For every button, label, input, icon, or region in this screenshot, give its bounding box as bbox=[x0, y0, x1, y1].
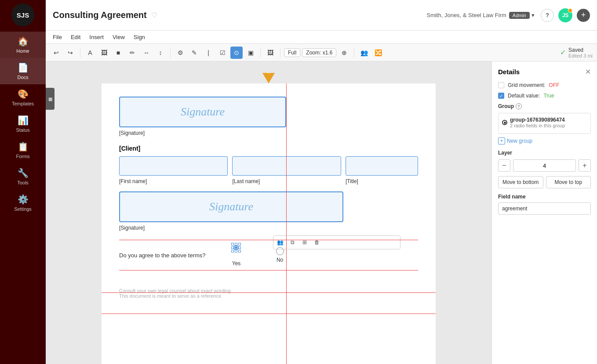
group-button[interactable]: 👥 bbox=[358, 47, 370, 59]
radio-no-label: No bbox=[277, 257, 283, 263]
signature-box-2[interactable]: Signature bbox=[119, 191, 343, 222]
area-button[interactable]: ▣ bbox=[244, 47, 257, 59]
client-section: [Client] [First name] [Last name] [Title… bbox=[119, 145, 418, 184]
radio-group-item[interactable]: group-1676390896474 2 radio fields in th… bbox=[498, 113, 591, 134]
panel-toggle-icon: ▦ bbox=[48, 97, 52, 101]
sidebar-item-label: Home bbox=[16, 48, 29, 54]
zoom-fit-button[interactable]: ⊕ bbox=[338, 47, 350, 59]
tools-icon: 🔧 bbox=[18, 168, 29, 178]
panel-toggle[interactable]: ▦ bbox=[46, 88, 55, 110]
sidebar-item-templates[interactable]: 🎨 Templates bbox=[0, 84, 46, 111]
document-area[interactable]: Signature [Signature] [Client] [First na… bbox=[46, 61, 491, 364]
sidebar-logo[interactable]: SJS bbox=[11, 4, 34, 26]
last-name-field[interactable] bbox=[232, 156, 341, 176]
title-field[interactable] bbox=[346, 156, 419, 176]
favorite-icon[interactable]: ♡ bbox=[151, 11, 157, 19]
draw-button[interactable]: ✏ bbox=[126, 47, 138, 59]
menu-sign[interactable]: Sign bbox=[134, 34, 145, 40]
sidebar-item-label: Templates bbox=[12, 101, 34, 106]
cursor-button[interactable]: | bbox=[202, 47, 215, 59]
help-button[interactable]: ? bbox=[541, 9, 554, 22]
landscape-button[interactable]: 🖼 bbox=[264, 47, 277, 59]
default-value-checkbox[interactable]: ✓ bbox=[498, 93, 504, 99]
add-button[interactable]: + bbox=[577, 9, 590, 22]
last-name-label: [Last name] bbox=[233, 178, 342, 184]
radio-question-text: Do you agree to the above terms? bbox=[119, 252, 206, 259]
toolbar-separator-5 bbox=[354, 48, 354, 58]
radio-question-row: Do you agree to the above terms? bbox=[119, 240, 418, 270]
new-group-label: New group bbox=[507, 138, 532, 144]
avatar-status-dot bbox=[568, 8, 572, 13]
document-title: Consulting Agreement bbox=[53, 10, 147, 20]
move-buttons-row: Move to bottom Move to top bbox=[498, 176, 591, 188]
details-close-button[interactable]: ✕ bbox=[585, 68, 591, 76]
saved-check-icon: ✓ bbox=[560, 48, 566, 57]
field-name-section-label: Field name bbox=[498, 194, 591, 200]
default-value-value: True bbox=[543, 93, 554, 99]
svg-marker-1 bbox=[266, 73, 271, 74]
field-name-input[interactable] bbox=[498, 202, 591, 215]
settings-icon: ⚙️ bbox=[18, 194, 29, 205]
home-icon: 🏠 bbox=[18, 36, 29, 47]
shape-button[interactable]: ■ bbox=[112, 47, 124, 59]
view-full[interactable]: Full bbox=[284, 48, 300, 57]
image-button[interactable]: 🖼 bbox=[98, 47, 110, 59]
text-button[interactable]: A bbox=[84, 47, 96, 59]
ungroup-button[interactable]: 🔀 bbox=[372, 47, 384, 59]
radio-button[interactable]: ⊙ bbox=[230, 47, 243, 59]
sidebar-item-status[interactable]: 📊 Status bbox=[0, 111, 46, 137]
undo-button[interactable]: ↩ bbox=[50, 47, 62, 59]
menu-insert[interactable]: Insert bbox=[89, 34, 104, 40]
layer-row: − 4 + bbox=[498, 159, 591, 172]
grid-movement-checkbox[interactable] bbox=[498, 82, 504, 88]
first-name-field[interactable] bbox=[119, 156, 228, 176]
user-avatar[interactable]: JS bbox=[558, 8, 572, 22]
sidebar-item-label: Docs bbox=[17, 75, 28, 80]
signature-label-2: [Signature] bbox=[119, 225, 418, 231]
footer-line-2: This document is meant to serve as a ref… bbox=[119, 293, 418, 299]
layer-minus-button[interactable]: − bbox=[498, 159, 510, 172]
client-field-labels: [First name] [Last name] [Title] bbox=[119, 178, 418, 184]
radio-yes-handle-area[interactable] bbox=[232, 244, 241, 252]
client-heading: [Client] bbox=[119, 145, 418, 152]
signature-section-2: Signature [Signature] bbox=[119, 191, 418, 231]
default-value-label: Default value: bbox=[508, 93, 540, 99]
rg-radio-selected bbox=[502, 120, 507, 125]
firm-chevron-icon[interactable]: ▾ bbox=[531, 12, 535, 18]
menu-file[interactable]: File bbox=[53, 34, 62, 40]
zoom-level[interactable]: Zoom: x1.6 bbox=[302, 48, 336, 57]
group-info-icon[interactable]: ? bbox=[516, 103, 522, 109]
down-arrow-indicator bbox=[261, 70, 277, 83]
checkbox-button[interactable]: ☑ bbox=[216, 47, 229, 59]
layer-plus-button[interactable]: + bbox=[579, 159, 591, 172]
menu-edit[interactable]: Edit bbox=[71, 34, 80, 40]
sidebar-item-forms[interactable]: 📋 Forms bbox=[0, 137, 46, 163]
radio-no-option[interactable]: No bbox=[276, 247, 284, 263]
toolbar-separator-3 bbox=[260, 48, 261, 58]
sidebar-item-label: Settings bbox=[14, 206, 32, 212]
sidebar-item-home[interactable]: 🏠 Home bbox=[0, 32, 46, 58]
sidebar-item-tools[interactable]: 🔧 Tools bbox=[0, 163, 46, 190]
resize-button[interactable]: ↕ bbox=[154, 47, 167, 59]
edit-field-button[interactable]: ✎ bbox=[188, 47, 200, 59]
move-to-top-button[interactable]: Move to top bbox=[546, 176, 591, 188]
document-page: Signature [Signature] [Client] [First na… bbox=[102, 83, 436, 364]
topbar: Consulting Agreement ♡ Smith, Jones, & S… bbox=[46, 0, 597, 31]
move-to-bottom-button[interactable]: Move to bottom bbox=[498, 176, 543, 188]
signature-box-1[interactable]: Signature bbox=[119, 97, 286, 127]
details-title: Details bbox=[498, 68, 520, 76]
sidebar: SJS 🏠 Home 📄 Docs 🎨 Templates 📊 Status 📋… bbox=[0, 0, 46, 364]
radio-yes-option[interactable]: Yes bbox=[232, 244, 241, 267]
field-button[interactable]: ⚙ bbox=[174, 47, 186, 59]
sidebar-item-settings[interactable]: ⚙️ Settings bbox=[0, 190, 46, 216]
arrow-button[interactable]: ↔ bbox=[140, 47, 153, 59]
grid-movement-value: OFF bbox=[549, 82, 559, 88]
templates-icon: 🎨 bbox=[18, 89, 29, 99]
radio-no-circle[interactable] bbox=[276, 247, 284, 255]
redo-button[interactable]: ↪ bbox=[64, 47, 76, 59]
sidebar-item-label: Status bbox=[16, 127, 29, 133]
new-group-button[interactable]: + New group bbox=[498, 137, 591, 144]
sidebar-item-docs[interactable]: 📄 Docs bbox=[0, 58, 46, 84]
menu-view[interactable]: View bbox=[113, 34, 125, 40]
details-header: Details ✕ bbox=[498, 68, 591, 76]
